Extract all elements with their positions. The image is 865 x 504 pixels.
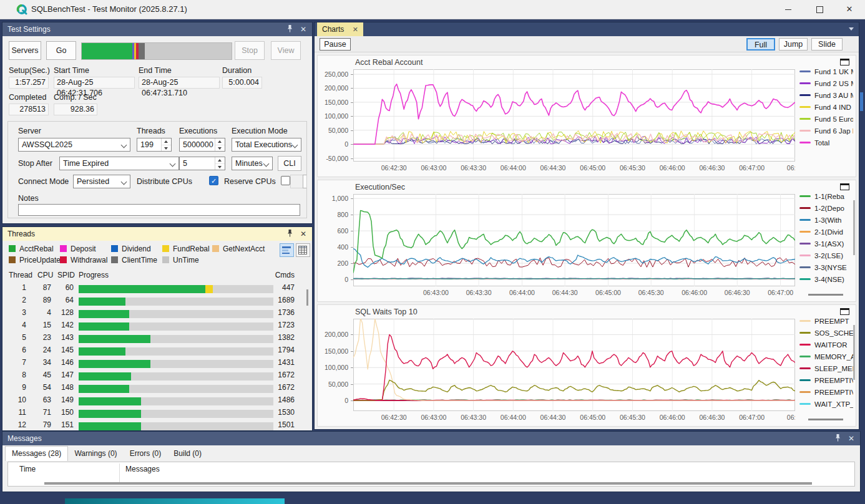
pin-icon[interactable] (285, 25, 295, 34)
close-button[interactable]: ✕ (835, 0, 864, 19)
executions-spinner[interactable]: 5000000 (179, 138, 225, 152)
exec-mode-combobox[interactable]: Total Executions (232, 138, 301, 152)
close-icon[interactable]: ✕ (298, 230, 308, 239)
thread-row[interactable]: 10631491486 (2, 395, 312, 408)
legend-item[interactable]: WAITFOR (799, 339, 853, 351)
cli-button[interactable]: CLI (278, 156, 301, 171)
chart-legend: PREEMPTSOS_SCHEDWAITFORMEMORY_AISLEEP_ME… (799, 315, 853, 414)
legend-item: ClientTime (111, 256, 157, 264)
view-button[interactable]: View (271, 41, 301, 60)
legend-item[interactable]: 2-1(Divid (799, 226, 853, 238)
legend-item[interactable]: 3-4(NSE) (799, 273, 853, 285)
thread-cmds: 1486 (267, 395, 295, 404)
thread-row[interactable]: 6241451794 (2, 346, 312, 358)
legend-item[interactable]: Fund 1 UK M (799, 65, 853, 77)
legend-item[interactable]: WAIT_XTP_TI (799, 398, 853, 410)
thread-row[interactable]: 5231431382 (2, 333, 312, 346)
legend-h-scrollbar[interactable] (808, 419, 843, 420)
thread-row[interactable]: 11711501530 (2, 408, 312, 420)
thread-row[interactable]: 7341461431 (2, 358, 312, 371)
pause-button[interactable]: Pause (320, 38, 351, 51)
thread-row[interactable]: 8451471672 (2, 371, 312, 383)
thread-id: 12 (11, 420, 26, 429)
jump-button[interactable]: Jump (779, 38, 808, 51)
legend-item[interactable]: Total (799, 137, 853, 148)
tab-list-chevron-icon[interactable] (849, 27, 854, 31)
legend-item[interactable]: PREEMPTIVE (799, 386, 853, 398)
legend-item[interactable]: Fund 6 Jap N (799, 125, 853, 137)
charts-vertical-scrollbar[interactable] (860, 92, 863, 111)
legend-item[interactable]: Fund 3 AU M (799, 89, 853, 101)
close-icon[interactable]: ✕ (846, 434, 856, 443)
chart-maximize-icon[interactable] (840, 183, 849, 190)
servers-button[interactable]: Servers (9, 41, 41, 60)
distribute-cpus-checkbox[interactable]: ✓ (209, 176, 218, 185)
legend-v-scrollbar[interactable] (853, 325, 855, 380)
threads-spinner[interactable]: 199 (137, 138, 172, 152)
thread-row[interactable]: 4151421723 (2, 321, 312, 333)
legend-item[interactable]: 1-1(Reba (799, 190, 853, 202)
close-icon[interactable]: ✕ (298, 25, 308, 34)
minimize-button[interactable] (774, 0, 803, 19)
legend-item[interactable]: 3-2(LSE) (799, 250, 853, 261)
legend-label: PREEMPTIVE (814, 412, 853, 414)
legend-swatch (799, 106, 811, 108)
legend-item[interactable]: PREEMPTIVE (799, 374, 853, 386)
clipped-button[interactable] (303, 175, 306, 188)
reserve-cpus-checkbox[interactable] (281, 176, 290, 185)
legend-swatch (212, 245, 219, 252)
full-button[interactable]: Full (746, 38, 775, 51)
legend-item[interactable]: MEMORY_AI (799, 351, 853, 362)
stop-after-unit-combobox[interactable]: Minutes (232, 157, 273, 170)
tab-close-icon[interactable]: ✕ (353, 26, 358, 33)
tab-charts[interactable]: Charts ✕ (317, 22, 363, 36)
messages-h-scrollbar[interactable] (44, 482, 812, 485)
legend-item[interactable]: 1-3(With (799, 214, 853, 226)
legend-item[interactable]: Fund 4 IND (799, 101, 853, 113)
go-button[interactable]: Go (46, 41, 76, 60)
stop-button[interactable]: Stop (235, 41, 265, 60)
thread-row[interactable]: 341281736 (2, 308, 312, 321)
y-tick-label: 0 (345, 140, 348, 148)
legend-h-scrollbar[interactable] (808, 294, 843, 296)
thread-table: 1876044728964168934128173641514217235231… (2, 283, 312, 430)
thread-row[interactable]: 12791511501 (2, 420, 312, 430)
pin-icon[interactable] (285, 230, 295, 239)
legend-item[interactable]: SLEEP_MEM (799, 362, 853, 374)
thread-row[interactable]: 18760447 (2, 283, 312, 296)
pin-icon[interactable] (833, 434, 843, 443)
thread-row[interactable]: 289641689 (2, 296, 312, 308)
notes-input[interactable] (18, 204, 300, 216)
messages-tab-0[interactable]: Messages (28) (5, 446, 68, 461)
messages-tab-3[interactable]: Build (0) (167, 447, 208, 460)
legend-swatch (799, 219, 811, 221)
legend-swatch (799, 266, 811, 268)
stop-after-count-spinner[interactable]: 5 (179, 157, 225, 170)
legend-item[interactable]: PREEMPTIVE (799, 410, 853, 414)
threads-scrollbar[interactable] (306, 289, 308, 306)
legend-swatch (799, 195, 811, 197)
grid-view-toggle-button[interactable] (296, 243, 310, 257)
maximize-button[interactable] (805, 0, 834, 19)
chart-view-toggle-button[interactable] (280, 243, 294, 257)
thread-row[interactable]: 9541481672 (2, 383, 312, 395)
slide-button[interactable]: Slide (811, 38, 843, 51)
stop-after-combobox[interactable]: Time Expired (59, 157, 179, 170)
legend-item[interactable]: SOS_SCHED (799, 327, 853, 339)
chart-maximize-icon[interactable] (840, 308, 849, 315)
messages-tab-2[interactable]: Errors (0) (124, 447, 168, 460)
legend-item[interactable]: Fund 2 US M (799, 77, 853, 89)
legend-v-scrollbar[interactable] (853, 200, 855, 255)
chart-execution-sec: Execution/Sec1,000800600400200006:43:000… (317, 180, 856, 302)
legend-item[interactable]: Fund 5 Euro (799, 113, 853, 125)
legend-item[interactable]: 1-2(Depo (799, 202, 853, 214)
legend-item[interactable]: 3-5(TSE) (799, 285, 853, 289)
legend-item[interactable]: PREEMPT (799, 315, 853, 327)
chart-maximize-icon[interactable] (840, 59, 849, 65)
messages-tab-1[interactable]: Warnings (0) (68, 447, 123, 460)
legend-item[interactable]: 3-3(NYSE (799, 261, 853, 273)
connect-mode-combobox[interactable]: Persisted (73, 175, 130, 188)
legend-item[interactable]: 3-1(ASX) (799, 238, 853, 250)
server-combobox[interactable]: AWSSQL2025 (18, 138, 130, 152)
legend-label: PREEMPTIVE (814, 377, 853, 384)
